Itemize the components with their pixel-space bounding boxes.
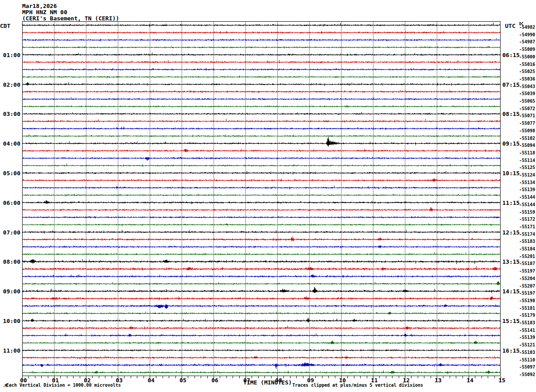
dc-value: -55197 [514,291,535,296]
x-minor-tick [239,376,240,378]
x-tick-label: 05 [179,377,186,384]
x-axis-title: TIME (MINUTES) [243,379,292,386]
x-minor-tick [431,376,431,378]
x-minor-tick [386,376,386,378]
hour-label-cdt: 02:00 [0,82,20,88]
x-minor-tick [207,376,208,378]
dc-value: -55043 [514,84,535,89]
dc-value: -55114 [514,158,535,163]
dc-value: -55141 [514,328,535,333]
dc-value: -54987 [514,39,535,44]
dc-value: -55097 [514,365,535,369]
hour-label-cdt: 03:00 [0,111,20,117]
hour-label-cdt: 01:00 [0,52,20,58]
dc-value: -55092 [514,372,535,377]
corner-mark: .M [3,384,7,388]
x-minor-tick [144,376,144,378]
vertical-scale-note: Each Vertical Division = 1000.00 microvo… [6,383,121,388]
dc-value: -55197 [514,269,535,273]
x-minor-tick [315,376,316,378]
x-minor-tick [226,376,227,378]
dc-value: -54982 [514,25,535,30]
x-tick-label: 04 [148,377,155,384]
dc-value: -55187 [514,261,535,266]
x-minor-tick [28,376,29,378]
dc-value: -55139 [514,187,535,192]
dc-value: -55065 [514,99,535,104]
x-minor-tick [175,376,176,378]
hour-label-cdt: 06:00 [0,200,20,206]
dc-value: -55172 [514,217,535,222]
dc-value: -55118 [514,150,535,155]
x-minor-tick [399,376,399,378]
x-minor-tick [328,376,329,378]
dc-value: -55071 [514,113,535,118]
dc-value: -55207 [514,284,535,288]
x-minor-tick [73,376,74,378]
x-minor-tick [392,376,392,378]
x-minor-tick [188,376,188,378]
x-minor-tick [201,376,201,378]
x-minor-tick [347,376,348,378]
hour-label-cdt: 07:00 [0,230,20,235]
dc-value: -55174 [514,232,535,237]
x-minor-tick [99,376,99,378]
dc-value: -55110 [514,357,535,362]
x-minor-tick [112,376,112,378]
dc-value: -55134 [514,180,535,185]
dc-value: -55102 [514,136,535,141]
x-minor-tick [60,376,61,378]
x-minor-tick [424,376,424,378]
title-location: (CERI's Basement, TN (CERI)) [22,15,119,22]
x-minor-tick [156,376,156,378]
title-date: Mar18,2026 [22,3,57,9]
x-minor-tick [360,376,361,378]
dc-value: -55179 [514,313,535,318]
dc-value: -55036 [514,77,535,81]
dc-value: -55124 [514,173,535,177]
x-minor-tick [367,376,367,378]
dc-value: -55171 [514,224,535,229]
x-tick-label: 13 [435,377,442,384]
x-minor-tick [456,376,456,378]
x-minor-tick [233,376,233,378]
dc-value: -55183 [514,320,535,325]
dc-value: -55181 [514,306,535,311]
x-minor-tick [264,376,265,378]
dc-value: -55198 [514,298,535,303]
x-minor-tick [271,376,272,378]
dc-value: -55009 [514,47,535,52]
dc-value: -55016 [514,62,535,67]
x-minor-tick [194,376,195,378]
x-minor-tick [488,376,488,378]
x-minor-tick [411,376,412,378]
hour-label-cdt: 05:00 [0,170,20,176]
hour-label-cdt: 09:00 [0,288,20,294]
dc-value: -55144 [514,195,535,200]
dc-value: -55183 [514,239,535,244]
dc-value: -55072 [514,106,535,111]
dc-value: -55139 [514,335,535,340]
dc-value: -55184 [514,246,535,251]
hour-label-cdt: 11:00 [0,348,20,354]
x-minor-tick [450,376,450,378]
left-timezone-label: CDT [0,23,10,29]
x-minor-tick [124,376,124,378]
x-minor-tick [48,376,48,378]
x-minor-tick [220,376,220,378]
x-minor-tick [41,376,42,378]
x-minor-tick [322,376,322,378]
x-minor-tick [303,376,303,378]
dc-value: -55094 [514,143,535,148]
seismogram-canvas [23,22,500,376]
x-minor-tick [418,376,418,378]
dc-value: -55000 [514,54,535,59]
x-minor-tick [92,376,93,378]
dc-value: -54990 [514,32,535,37]
x-minor-tick [475,376,475,378]
x-minor-tick [105,376,105,378]
x-minor-tick [131,376,131,378]
x-tick-label: 06 [211,377,218,384]
x-minor-tick [296,376,297,378]
x-minor-tick [354,376,354,378]
